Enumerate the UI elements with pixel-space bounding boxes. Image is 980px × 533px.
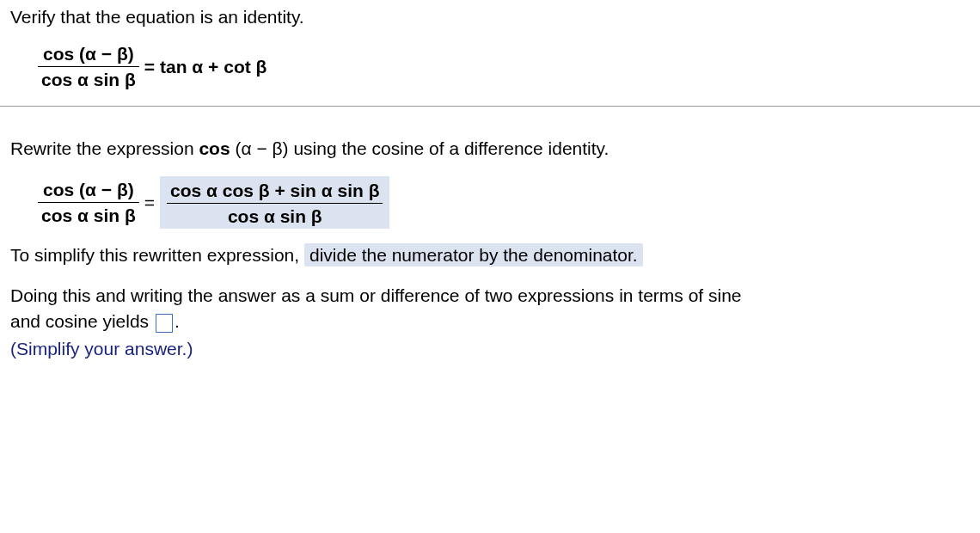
identity-equation: cos (α − β) cos α sin β = tan α + cot β bbox=[38, 43, 970, 90]
rewritten-equation: cos (α − β) cos α sin β = cos α cos β + … bbox=[38, 176, 970, 229]
text-fragment: using the cosine of a difference identit… bbox=[293, 138, 609, 158]
work-area: Rewrite the expression cos (α − β) using… bbox=[0, 115, 980, 369]
answer-prompt: Doing this and writing the answer as a s… bbox=[10, 283, 970, 335]
rhs-fraction: cos α cos β + sin α sin β cos α sin β bbox=[167, 180, 383, 227]
rewrite-instruction: Rewrite the expression cos (α − β) using… bbox=[10, 136, 970, 162]
text-fragment: Rewrite the expression bbox=[10, 138, 199, 158]
text-fragment-bold: cos bbox=[199, 138, 230, 158]
highlighted-action: divide the numerator by the denominator. bbox=[304, 243, 643, 266]
equals-sign-2: = bbox=[144, 192, 155, 213]
lhs-fraction: cos (α − β) cos α sin β bbox=[38, 43, 139, 90]
lhs-numerator: cos (α − β) bbox=[38, 43, 139, 67]
equals-sign: = bbox=[144, 56, 155, 77]
simplify-hint: (Simplify your answer.) bbox=[10, 339, 970, 359]
rhs-denominator: cos α sin β bbox=[167, 204, 383, 227]
instruction-text: Verify that the equation is an identity. bbox=[10, 7, 970, 28]
lhs-numerator-2: cos (α − β) bbox=[38, 179, 139, 203]
text-fragment: (α − β) bbox=[230, 138, 294, 158]
simplify-instruction: To simplify this rewritten expression, d… bbox=[10, 242, 970, 268]
lhs-fraction-2: cos (α − β) cos α sin β bbox=[38, 179, 139, 226]
lhs-denominator: cos α sin β bbox=[38, 67, 139, 90]
text-line-2b: . bbox=[175, 311, 180, 331]
lhs-denominator-2: cos α sin β bbox=[38, 203, 139, 226]
text-line-2a: and cosine yields bbox=[10, 311, 154, 331]
expanded-fraction-highlight: cos α cos β + sin α sin β cos α sin β bbox=[160, 176, 389, 229]
rhs-numerator: cos α cos β + sin α sin β bbox=[167, 180, 383, 204]
problem-statement: Verify that the equation is an identity.… bbox=[0, 0, 980, 101]
answer-input[interactable] bbox=[156, 314, 173, 333]
text-fragment: To simplify this rewritten expression, bbox=[10, 245, 304, 265]
text-line-1: Doing this and writing the answer as a s… bbox=[10, 285, 742, 305]
divider bbox=[0, 106, 980, 107]
rhs-expression: tan α + cot β bbox=[160, 56, 266, 77]
